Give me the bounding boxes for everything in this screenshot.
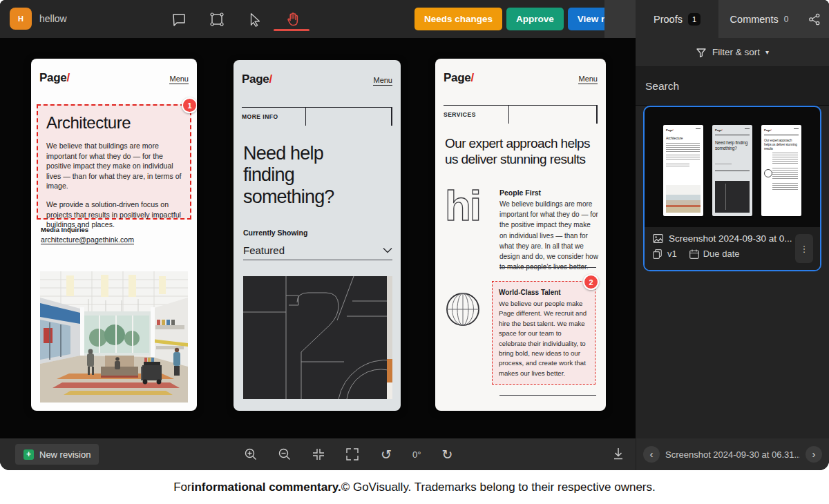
thumb-artboard-2: Page/ Need help finding something? [712, 125, 752, 216]
kebab-icon: ⋮ [800, 244, 809, 254]
proof-card-info: Screenshot 2024-09-30 at 0... v1 Due dat… [645, 227, 820, 270]
people-first-title: People First [499, 188, 541, 197]
new-revision-label: New revision [39, 449, 90, 460]
proof-version: v1 [667, 249, 677, 259]
page-logo: Page/ [444, 71, 474, 85]
proofs-tab-label: Proofs [654, 14, 683, 25]
artboard3-heading: Our expert approach helps us deliver stu… [445, 136, 597, 168]
divider [499, 395, 596, 396]
svg-text:hi: hi [445, 182, 480, 229]
workspace[interactable]: H hellow [10, 8, 67, 30]
section-label: SERVICES [444, 111, 476, 118]
chevron-down-icon [383, 247, 392, 253]
search-input[interactable] [645, 80, 819, 93]
section-label: MORE INFO [242, 113, 278, 120]
globe-icon [446, 292, 480, 327]
rotate-ccw-icon[interactable]: ↺ [379, 447, 394, 462]
cursor-tool-icon[interactable] [246, 10, 264, 28]
artboard1-para1: We believe that buildings are more impor… [46, 141, 182, 191]
proof-card[interactable]: Page/ Architecture Page/ Need help findi… [643, 106, 821, 271]
zoom-in-icon[interactable] [243, 447, 258, 462]
artboard-services[interactable]: Page/ Menu SERVICES Our expert approach … [435, 59, 606, 411]
comments-count: 0 [784, 14, 789, 24]
chevron-right-icon: › [812, 449, 816, 459]
artboard-more-info[interactable]: Page/ Menu MORE INFO Need help finding s… [234, 60, 401, 411]
page-logo: Page/ [242, 72, 272, 86]
proofs-panel: Filter & sort ▾ Page/ Architecture [636, 38, 829, 438]
proof-menu-button[interactable]: ⋮ [795, 234, 813, 263]
rotate-cw-icon[interactable]: ↻ [439, 447, 455, 462]
new-revision-button[interactable]: + New revision [15, 444, 99, 465]
annotation-pin-2[interactable]: 2 [583, 274, 599, 290]
region-select-tool-icon[interactable] [208, 10, 226, 28]
next-proof-button[interactable]: › [806, 446, 822, 463]
footer-caption: For informational commentary. © GoVisual… [0, 470, 829, 504]
proof-canvas[interactable]: Page/ Menu Architecture We believe that … [0, 38, 636, 438]
needs-changes-button[interactable]: Needs changes [414, 8, 502, 30]
featured-select[interactable]: Featured [243, 241, 392, 260]
calendar-icon [689, 249, 699, 259]
section-rule: SERVICES [444, 105, 598, 106]
filter-sort-button[interactable]: Filter & sort ▾ [636, 38, 829, 67]
hand-tool-icon[interactable] [284, 10, 302, 28]
artboard-architecture[interactable]: Page/ Menu Architecture We believe that … [31, 59, 197, 411]
page-logo: Page/ [39, 71, 70, 85]
annotation-region-2[interactable]: World-Class Talent We believe our people… [492, 281, 595, 385]
download-button[interactable] [612, 447, 625, 461]
artboard1-heading: Architecture [46, 113, 182, 133]
menu-link[interactable]: Menu [578, 75, 598, 84]
chevron-down-icon: ▾ [765, 49, 769, 56]
view-controls: ↺ 0° ↻ [243, 438, 455, 470]
share-button[interactable] [800, 0, 829, 38]
approve-button[interactable]: Approve [506, 8, 564, 30]
expand-icon[interactable] [345, 447, 360, 462]
people-first-text: We believe buildings are more important … [499, 199, 598, 272]
annotation-tools [170, 0, 302, 38]
chevron-left-icon: ‹ [650, 449, 654, 459]
abstract-line-art [243, 276, 392, 399]
plus-icon: + [23, 449, 34, 460]
thumb-artboard-3: Page/ Our expert approach helps us deliv… [761, 125, 801, 216]
caption-bold: informational commentary. [191, 481, 341, 494]
comment-tool-icon[interactable] [170, 10, 188, 28]
active-tool-indicator [274, 29, 309, 31]
version-icon [653, 249, 662, 259]
comments-tab-label: Comments [730, 14, 779, 25]
section-rule: MORE INFO [242, 107, 392, 108]
workspace-name: hellow [39, 13, 67, 24]
hi-outline-graphic: hi [445, 182, 490, 231]
fit-to-screen-icon[interactable] [311, 447, 326, 462]
download-icon [612, 447, 625, 461]
email-link[interactable]: architecture@pagethink.com [41, 235, 134, 244]
thumb-artboard-1: Page/ Architecture [663, 125, 703, 216]
current-proof-name: Screenshot 2024-09-30 at 06.31.... [665, 449, 800, 460]
topbar: H hellow [0, 0, 829, 38]
annotation-region-1[interactable]: Architecture We believe that buildings a… [37, 104, 191, 220]
search-bar [636, 67, 829, 106]
world-class-talent-text: We believe our people make Page differen… [499, 299, 589, 378]
proof-thumbnails: Page/ Architecture Page/ Need help findi… [645, 107, 820, 230]
proofs-count-badge: 1 [688, 13, 701, 26]
canvas-toolbar: + New revision ↺ 0° ↻ [0, 438, 636, 470]
share-icon [807, 12, 822, 27]
menu-link[interactable]: Menu [169, 75, 189, 84]
tab-comments[interactable]: Comments 0 [718, 0, 800, 38]
workspace-logo[interactable]: H [10, 8, 32, 30]
due-date-label: Due date [703, 249, 740, 259]
menu-link[interactable]: Menu [373, 76, 392, 86]
media-inquiries-label: Media Inquiries [41, 226, 88, 233]
tab-proofs[interactable]: Proofs 1 [636, 0, 718, 38]
caption-rest: © GoVisually. Trademarks belong to their… [341, 481, 656, 494]
zoom-out-icon[interactable] [277, 447, 292, 462]
filter-sort-label: Filter & sort [712, 47, 760, 57]
artboard2-heading: Need help finding something? [243, 143, 374, 208]
previous-proof-button[interactable]: ‹ [643, 446, 660, 463]
annotation-pin-1[interactable]: 1 [182, 97, 197, 113]
due-date[interactable]: Due date [689, 249, 740, 259]
rotation-value: 0° [412, 449, 421, 460]
panel-tabs: Proofs 1 Comments 0 [604, 0, 829, 38]
funnel-icon [696, 47, 707, 58]
featured-select-value: Featured [243, 244, 285, 256]
proof-pager: ‹ Screenshot 2024-09-30 at 06.31.... › [636, 438, 829, 470]
page: H hellow [0, 0, 829, 504]
